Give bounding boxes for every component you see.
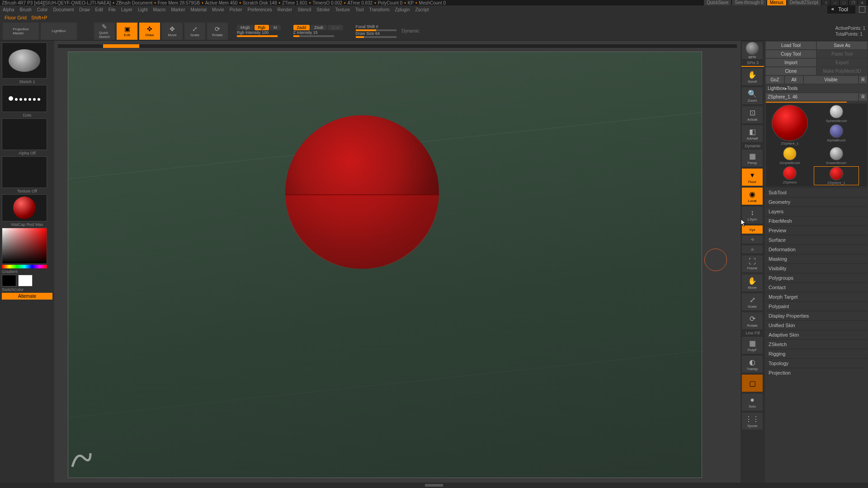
dynamic-label[interactable]: Dynamic: [402, 28, 420, 33]
z-intensity-slider[interactable]: Z Intensity 15: [293, 30, 343, 35]
section-geometry[interactable]: Geometry: [766, 197, 867, 206]
rotate-button[interactable]: ⟳Rotate: [207, 23, 228, 40]
section-projection[interactable]: Projection: [766, 368, 867, 377]
mrgb-toggle[interactable]: Mrgb: [237, 25, 254, 30]
quicksave-button[interactable]: QuickSave: [704, 0, 731, 5]
section-polygroups[interactable]: Polygroups: [766, 273, 867, 282]
menu-item[interactable]: Light: [138, 7, 148, 12]
section-layers[interactable]: Layers: [766, 206, 867, 216]
export-button[interactable]: Export: [817, 59, 867, 66]
section-topology[interactable]: Topology: [766, 358, 867, 368]
tool-item[interactable]: ZSphere: [767, 166, 812, 185]
hue-strip[interactable]: [2, 265, 47, 268]
goz-button[interactable]: GoZ: [766, 76, 784, 84]
help-icon[interactable]: ?: [822, 0, 830, 5]
menu-item[interactable]: Material: [191, 7, 207, 12]
menu-item[interactable]: Stroke: [316, 7, 330, 12]
scale-button[interactable]: ⤢Scale: [184, 23, 205, 40]
section-adaptive-skin[interactable]: Adaptive Skin: [766, 330, 867, 339]
copy-tool-button[interactable]: Copy Tool: [766, 50, 816, 58]
menu-item[interactable]: Color: [37, 7, 48, 12]
alternate-button[interactable]: Alternate: [2, 293, 52, 300]
tool-item[interactable]: EraserBrush: [814, 147, 859, 165]
save-as-button[interactable]: Save As: [817, 42, 867, 49]
secondary-color-swatch[interactable]: [2, 275, 16, 286]
color-picker[interactable]: [2, 228, 47, 264]
menu-item[interactable]: Zscript: [415, 7, 429, 12]
section-surface[interactable]: Surface: [766, 235, 867, 244]
restore-icon[interactable]: ❐: [849, 0, 857, 5]
rot2-button[interactable]: ⊙: [741, 245, 763, 254]
tool-item[interactable]: SphereBrush: [814, 105, 859, 123]
menus-toggle[interactable]: Menus: [767, 0, 786, 5]
actual-button[interactable]: ⊡Actual: [741, 106, 763, 124]
move-button[interactable]: ✥Move: [162, 23, 183, 40]
draw-size-slider[interactable]: Draw Size 64: [356, 31, 396, 36]
section-masking[interactable]: Masking: [766, 254, 867, 263]
polyf-button[interactable]: ▦PolyF: [741, 336, 763, 354]
menu-item[interactable]: Tool: [355, 7, 363, 12]
menu-item[interactable]: Movie: [212, 7, 224, 12]
rgb-intensity-slider[interactable]: Rgb Intensity 100: [237, 30, 281, 35]
panel-restore-icon[interactable]: [859, 6, 865, 13]
clone-button[interactable]: Clone: [766, 67, 816, 75]
menu-item[interactable]: Texture: [335, 7, 350, 12]
tool-r-button[interactable]: R: [859, 93, 867, 101]
bpr-button[interactable]: BPR: [741, 42, 763, 60]
xpose-button[interactable]: ⋮⋮Xpose: [741, 412, 763, 430]
section-zsketch[interactable]: ZSketch: [766, 339, 867, 349]
scroll-button[interactable]: ✋Scroll: [741, 68, 763, 86]
menu-item[interactable]: Preferences: [248, 7, 272, 12]
menu-item[interactable]: Edit: [95, 7, 103, 12]
edit-button[interactable]: ▣Edit: [117, 23, 137, 40]
menu-item[interactable]: Layer: [121, 7, 132, 12]
scale-view-button[interactable]: ⤢Scale: [741, 293, 763, 311]
goz-r-button[interactable]: R: [859, 76, 867, 84]
move-view-button[interactable]: ✋Move: [741, 274, 763, 292]
tool-tab[interactable]: Tool: [827, 5, 855, 14]
draw-button[interactable]: ✜Draw: [139, 23, 160, 40]
section-fibermesh[interactable]: FiberMesh: [766, 216, 867, 225]
rgb-toggle[interactable]: Rgb: [255, 25, 269, 30]
primary-color-swatch[interactable]: [18, 275, 33, 286]
lsym-button[interactable]: ↕LSym: [741, 206, 763, 224]
menu-item[interactable]: Brush: [20, 7, 32, 12]
zsphere-object[interactable]: [285, 115, 439, 269]
m-toggle[interactable]: M: [270, 25, 281, 30]
min-icon[interactable]: ─: [831, 0, 839, 5]
switchcolor-button[interactable]: SwitchColor: [2, 287, 52, 292]
max-icon[interactable]: □: [840, 0, 848, 5]
brush-preview[interactable]: [2, 42, 47, 79]
menu-item[interactable]: Transform: [369, 7, 389, 12]
transp-button[interactable]: ◐Transp: [741, 355, 763, 373]
current-tool-slider[interactable]: ZSphere_1. 46: [766, 93, 858, 101]
menu-item[interactable]: Zplugin: [395, 7, 410, 12]
default-script[interactable]: DefaultZScript: [787, 0, 821, 5]
ghost-button[interactable]: ▢: [741, 374, 763, 392]
menu-item[interactable]: Document: [53, 7, 74, 12]
tool-item[interactable]: SimpleBrush: [767, 147, 812, 165]
lightbox-button[interactable]: LightBox: [41, 23, 77, 40]
persp-button[interactable]: ▦Persp: [741, 149, 763, 167]
section-display-properties[interactable]: Display Properties: [766, 311, 867, 320]
zadd-toggle[interactable]: Zadd: [293, 25, 310, 30]
section-unified-skin[interactable]: Unified Skin: [766, 320, 867, 330]
stroke-preview[interactable]: [2, 85, 47, 112]
tray-handle[interactable]: [425, 484, 443, 487]
rotate-view-button[interactable]: ⟳Rotate: [741, 312, 763, 330]
quicksketch-button[interactable]: ✎Quick Sketch: [94, 23, 115, 40]
close-icon[interactable]: ✕: [858, 0, 866, 5]
section-rigging[interactable]: Rigging: [766, 349, 867, 358]
rot-button[interactable]: ⟲: [741, 235, 763, 244]
document-scrollbar[interactable]: [58, 44, 737, 48]
section-morph-target[interactable]: Morph Target: [766, 292, 867, 301]
section-polypaint[interactable]: Polypaint: [766, 301, 867, 311]
menu-item[interactable]: Picker: [230, 7, 242, 12]
zsub-toggle[interactable]: Zsub: [311, 25, 327, 30]
section-preview[interactable]: Preview: [766, 225, 867, 235]
menu-item[interactable]: Macro: [153, 7, 166, 12]
solo-button[interactable]: ●Solo: [741, 393, 763, 411]
menu-item[interactable]: Marker: [171, 7, 185, 12]
make-polymesh-button[interactable]: Make PolyMesh3D: [817, 67, 867, 75]
section-visibility[interactable]: Visibility: [766, 263, 867, 273]
